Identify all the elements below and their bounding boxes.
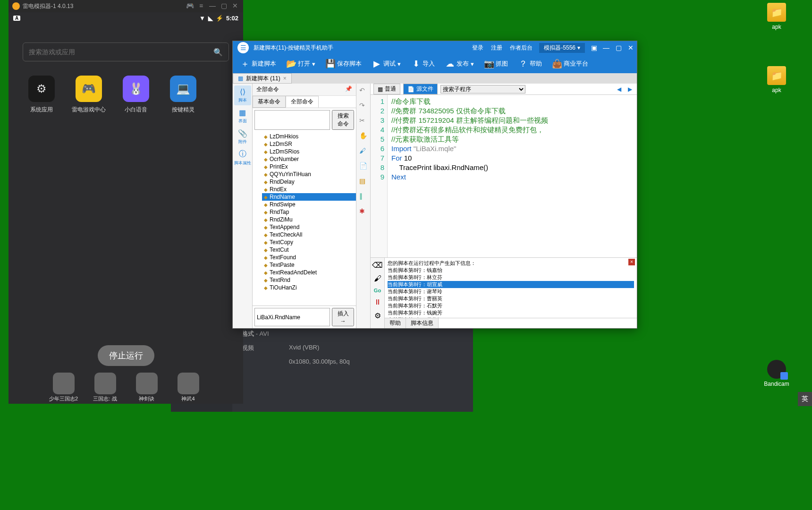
command-item[interactable]: ◆LzDmSRios xyxy=(262,148,356,155)
cut-icon[interactable]: ✂ xyxy=(359,117,368,125)
maximize-icon[interactable]: ▢ xyxy=(612,42,625,54)
command-item[interactable]: ◆LzDmHkios xyxy=(262,133,356,140)
command-item[interactable]: ◆RndSwipe xyxy=(262,201,356,208)
search-icon[interactable]: 🔍 xyxy=(213,48,223,57)
command-item[interactable]: ◆RndName xyxy=(262,193,356,201)
sidebar-props[interactable]: ⓘ脚本属性 xyxy=(234,148,251,168)
go-icon[interactable]: Go xyxy=(374,288,381,293)
cmd-search-input[interactable] xyxy=(254,110,330,130)
output-line[interactable]: 当前脚本第8行：谢琴玲 xyxy=(388,288,634,295)
nav-prev-icon[interactable]: ◀ xyxy=(615,86,623,93)
output-line[interactable]: 当前脚本第8行：石默芳 xyxy=(388,302,634,309)
view-source[interactable]: 📄源文件 xyxy=(403,84,438,94)
pin-icon[interactable]: 📌 xyxy=(345,85,352,94)
publish-button[interactable]: ☁发布▾ xyxy=(440,57,479,70)
command-item[interactable]: ◆TiOuHanZi xyxy=(262,284,356,291)
cmd-tab-all[interactable]: 全部命令 xyxy=(286,96,319,108)
output-line[interactable]: 当前脚本第8行：曹丽英 xyxy=(388,295,634,302)
sidebar-script[interactable]: ⟨⟩脚本 xyxy=(234,85,251,105)
command-item[interactable]: ◆TextCut xyxy=(262,246,356,254)
desktop-icon-apk2[interactable]: 📁 apk xyxy=(760,66,793,94)
hand-icon[interactable]: ✋ xyxy=(359,132,368,140)
device-selector[interactable]: 模拟器-5556▾ xyxy=(539,43,585,53)
dock-app[interactable]: 神剑诀 xyxy=(130,373,163,404)
command-item[interactable]: ◆TextRnd xyxy=(262,276,356,284)
output-tab-info[interactable]: 脚本信息 xyxy=(406,318,439,328)
output-line[interactable]: 当前脚本第8行：胡宣威 xyxy=(388,281,634,288)
cmd-insert-button[interactable]: 插入→ xyxy=(332,308,354,326)
command-item[interactable]: ◆TextCheckAll xyxy=(262,231,356,238)
dock-app[interactable]: 少年三国志2 xyxy=(47,373,80,404)
command-item[interactable]: ◆PrintEx xyxy=(262,163,356,170)
close-tab-icon[interactable]: × xyxy=(283,75,287,82)
minimize-icon[interactable]: — xyxy=(600,42,612,54)
nav-next-icon[interactable]: ▶ xyxy=(626,86,634,93)
code-lines[interactable]: //命令库下载//免费群 734825095 仅供命令库下载//付费群 1572… xyxy=(388,95,552,257)
command-item[interactable]: ◆TextReadAndDelet xyxy=(262,269,356,276)
close-icon[interactable]: ✕ xyxy=(231,2,239,10)
link-author[interactable]: 作者后台 xyxy=(510,44,533,52)
sidebar-ui[interactable]: ▦界面 xyxy=(234,106,251,126)
output-line[interactable]: 当前脚本第8行：林立芬 xyxy=(388,274,634,281)
cmd-tab-basic[interactable]: 基本命令 xyxy=(253,96,286,108)
brush-icon[interactable]: 🖌 xyxy=(374,274,381,283)
command-item[interactable]: ◆QQYuYinTiHuan xyxy=(262,170,356,178)
import-button[interactable]: ⬇导入 xyxy=(406,57,440,70)
new-script-button[interactable]: ＋新建脚本 xyxy=(236,57,281,70)
output-line[interactable]: 当前脚本第8行：侯俊娜 xyxy=(388,316,634,318)
link-login[interactable]: 登录 xyxy=(472,44,483,52)
view-normal[interactable]: ▦普通 xyxy=(373,84,400,94)
debug-button[interactable]: ▶调试▾ xyxy=(367,57,406,70)
save-button[interactable]: 💾保存脚本 xyxy=(321,57,366,70)
emulator-titlebar[interactable]: 雷电模拟器-1 4.0.13 🎮 ≡ — ▢ ✕ xyxy=(8,0,243,12)
paint-icon[interactable]: 🖌 xyxy=(359,147,368,155)
dbl-slash-icon[interactable]: ∥ xyxy=(359,192,368,201)
close-output-icon[interactable]: × xyxy=(628,259,635,265)
layers-icon[interactable]: ▤ xyxy=(359,177,368,186)
cmd-selected-name[interactable] xyxy=(254,308,330,326)
stop-icon[interactable]: ⏸ xyxy=(374,298,381,306)
function-search-select[interactable]: 搜索子程序 xyxy=(440,85,525,94)
minimize-icon[interactable]: — xyxy=(208,2,217,10)
dock-app[interactable]: 三国志: 战 xyxy=(89,373,122,404)
desktop-icon-bandicam[interactable]: Bandicam xyxy=(760,360,793,387)
command-item[interactable]: ◆TextPaste xyxy=(262,261,356,269)
capture-button[interactable]: 📷抓图 xyxy=(480,57,513,70)
app-icon[interactable]: 🐰小白语音 xyxy=(117,76,155,114)
command-item[interactable]: ◆OcrNumber xyxy=(262,155,356,163)
menu-icon[interactable]: ≡ xyxy=(197,2,205,10)
restore-icon[interactable]: ▣ xyxy=(588,42,600,54)
editor-titlebar[interactable]: ☰ 新建脚本(11)-按键精灵手机助手 登录 注册 作者后台 模拟器-5556▾… xyxy=(233,41,637,54)
command-item[interactable]: ◆RndTap xyxy=(262,208,356,216)
app-icon[interactable]: 🎮雷电游戏中心 xyxy=(70,76,108,114)
command-list[interactable]: ◆LzDmHkios◆LzDmSR◆LzDmSRios◆OcrNumber◆Pr… xyxy=(253,132,356,306)
command-item[interactable]: ◆RndZiMu xyxy=(262,216,356,223)
cmd-search-button[interactable]: 搜索命令 xyxy=(332,110,354,130)
file-tab[interactable]: ▦ 新建脚本 (11) × xyxy=(233,73,292,84)
output-line[interactable]: 当前脚本第8行：钱嘉怡 xyxy=(388,267,634,274)
command-item[interactable]: ◆LzDmSR xyxy=(262,140,356,148)
open-button[interactable]: 📂打开▾ xyxy=(282,57,320,70)
close-icon[interactable]: ✕ xyxy=(625,42,637,54)
output-tab-help[interactable]: 帮助 xyxy=(385,318,406,328)
doc-icon[interactable]: 📄 xyxy=(359,162,368,170)
app-icon[interactable]: 💻按键精灵 xyxy=(164,76,202,114)
market-button[interactable]: 👜商业平台 xyxy=(548,57,593,70)
clear-icon[interactable]: ⌫ xyxy=(372,261,383,270)
search-input[interactable] xyxy=(29,48,213,56)
language-bar[interactable]: 英 xyxy=(798,392,812,406)
app-search[interactable]: 🔍 xyxy=(23,42,229,61)
command-item[interactable]: ◆TextAppend xyxy=(262,223,356,231)
dock-app[interactable]: 神武4 xyxy=(172,373,205,404)
code-editor[interactable]: 123456789 //命令库下载//免费群 734825095 仅供命令库下载… xyxy=(371,95,637,257)
help-button[interactable]: ？帮助 xyxy=(514,57,547,70)
command-item[interactable]: ◆TextCopy xyxy=(262,238,356,246)
gamepad-icon[interactable]: 🎮 xyxy=(186,2,194,10)
output-line[interactable]: 当前脚本第8行：钱婉芳 xyxy=(388,309,634,316)
output-text[interactable]: × 您的脚本在运行过程中产生如下信息：当前脚本第8行：钱嘉怡当前脚本第8行：林立… xyxy=(385,258,637,318)
command-item[interactable]: ◆TextFound xyxy=(262,254,356,261)
link-register[interactable]: 注册 xyxy=(491,44,502,52)
command-item[interactable]: ◆RndEx xyxy=(262,186,356,193)
bug-icon[interactable]: ✱ xyxy=(359,207,368,216)
sidebar-attach[interactable]: 📎附件 xyxy=(234,127,251,147)
